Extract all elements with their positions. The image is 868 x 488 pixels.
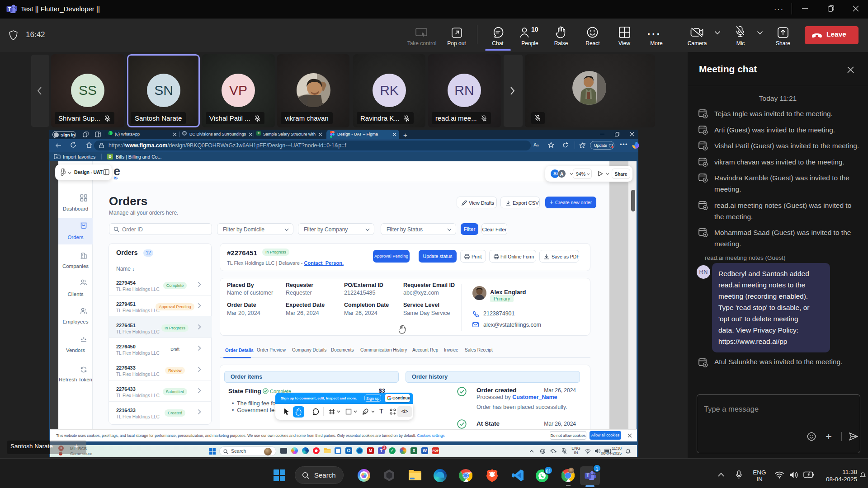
- svg-text:T: T: [8, 7, 11, 12]
- svg-text:T: T: [586, 473, 589, 478]
